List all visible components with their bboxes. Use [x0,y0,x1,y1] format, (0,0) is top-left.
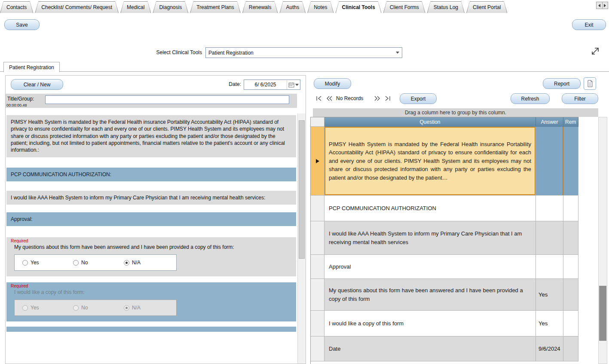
tab-medical[interactable]: Medical [120,1,151,13]
panel-divider-line [0,71,609,72]
row-indicator [311,221,324,254]
radio-group-copy-request: Yes No N/A [14,300,177,316]
calendar-icon [288,82,294,88]
filter-button[interactable]: Filter [562,93,598,104]
left-triangle-icon [598,4,600,7]
grid-header-row: Question Answer Rem [311,117,578,127]
radio-na[interactable]: N/A [124,305,174,311]
table-row[interactable]: I would like a copy of this form Yes [311,311,578,336]
pcp-section-header: PCP COMMUNICATION AUTHORIZATION: [6,168,296,181]
previous-record-icon[interactable] [325,95,334,102]
rem-cell [563,196,578,221]
tab-label: Clinical Tools [342,4,375,10]
question-cell: Date [324,336,536,361]
title-group-input[interactable] [45,95,289,104]
radio-circle-selected-icon [124,305,129,311]
exit-button[interactable]: Exit [572,19,606,30]
group-by-drop-zone[interactable]: Drag a column here to group by this colu… [313,108,598,117]
clinical-tools-select-label: Select Clinical Tools [146,49,202,55]
answer-column-header[interactable]: Answer [536,117,563,127]
tab-notes[interactable]: Notes [307,1,334,13]
chevron-down-icon[interactable] [393,52,402,54]
save-button[interactable]: Save [4,19,40,30]
grid-scrollbar[interactable] [598,117,607,364]
tab-clinical-tools[interactable]: Clinical Tools [336,1,382,13]
radio-yes[interactable]: Yes [22,260,73,266]
tab-renewals[interactable]: Renewals [242,1,278,13]
down-triangle-icon [396,52,399,54]
refresh-button[interactable]: Refresh [511,93,550,104]
row-indicator [311,127,324,195]
tab-scroll-left-icon[interactable] [597,2,603,9]
tab-label: Client Forms [390,4,419,10]
hipaa-paragraph: PIMSY Health System is mandated by the F… [6,115,296,157]
scrollbar-thumb[interactable] [599,286,606,341]
tab-label: Medical [127,4,144,10]
subtab-label: Patient Registration [9,64,54,70]
tab-contacts[interactable]: Contacts [0,1,33,13]
scrollbar-thumb[interactable] [299,120,305,259]
refresh-label: Refresh [521,96,539,102]
radio-circle-icon [22,305,28,311]
rem-cell [563,255,578,278]
answer-cell: 9/6/2024 [536,336,563,361]
left-panel-scrollbar[interactable] [297,113,306,364]
first-record-glyph [315,95,322,101]
question-column-header[interactable]: Question [324,117,536,127]
filter-label: Filter [574,96,586,102]
radio-no[interactable]: No [73,260,124,266]
radio-no[interactable]: No [73,305,124,311]
document-icon [587,80,593,87]
table-row[interactable]: PIMSY Health System is mandated by the F… [311,127,578,196]
table-row[interactable]: Date 9/6/2024 [311,336,578,361]
last-record-glyph [384,95,391,101]
diagonal-arrow-icon [590,46,601,57]
tab-auths[interactable]: Auths [279,1,306,13]
rem-cell [563,336,578,361]
tab-checklist-comments-request[interactable]: Checklist/ Comments/ Request [35,1,119,13]
radio-circle-icon [73,260,79,266]
table-row[interactable]: I would like AAA Health System to inform… [311,221,578,255]
clear-new-label: Clear / New [24,82,51,88]
copy-document-button[interactable] [584,77,596,90]
date-picker[interactable]: 6/ 6/2025 [244,80,300,90]
radio-label: Yes [31,305,39,311]
subtab-patient-registration[interactable]: Patient Registration [3,62,60,72]
radio-yes[interactable]: Yes [22,305,73,311]
title-group-strip: Title/Group: 00:00:00.48 [6,94,297,108]
answer-cell: Yes [536,279,563,310]
patient-registration-form-panel: Clear / New Date: 6/ 6/2025 Title/Group:… [5,75,306,364]
last-record-icon[interactable] [383,95,392,102]
required-marker: Required [11,239,292,243]
modify-label: Modify [325,81,340,87]
clinical-tools-select[interactable]: Patient Registration [205,47,402,58]
current-row-arrow-icon [316,159,319,163]
tab-scroll-control [596,2,608,9]
row-indicator [311,255,324,278]
tab-client-portal[interactable]: Client Portal [466,1,507,13]
question-copy-answered: Required My questions about this form ha… [6,237,296,276]
question-cell: Approval [324,255,536,278]
export-button[interactable]: Export [400,93,437,104]
row-indicator [311,279,324,310]
report-button[interactable]: Report [543,78,581,89]
table-row[interactable]: Approval [311,255,578,279]
next-record-icon[interactable] [373,95,382,102]
radio-na[interactable]: N/A [124,260,174,266]
clear-new-button[interactable]: Clear / New [11,79,63,90]
tab-status-log[interactable]: Status Log [427,1,465,13]
table-row[interactable]: PCP COMMUNICATION AUTHORIZATION [311,196,578,221]
tab-treatment-plans[interactable]: Treatment Plans [190,1,241,13]
tab-scroll-right-icon[interactable] [603,2,608,9]
tab-label: Client Portal [473,4,501,10]
tab-diagnosis[interactable]: Diagnosis [153,1,188,13]
pcp-question-text: I would like AAA Health System to inform… [6,191,296,205]
rem-column-header[interactable]: Rem [563,117,578,127]
first-record-icon[interactable] [315,95,323,102]
group-hint-label: Drag a column here to group by this colu… [405,110,506,116]
table-row[interactable]: My questions about this form have been a… [311,279,578,311]
expand-popout-icon[interactable] [590,46,601,57]
next-section-header-partial [6,327,296,332]
tab-client-forms[interactable]: Client Forms [383,1,425,13]
modify-button[interactable]: Modify [314,78,351,89]
